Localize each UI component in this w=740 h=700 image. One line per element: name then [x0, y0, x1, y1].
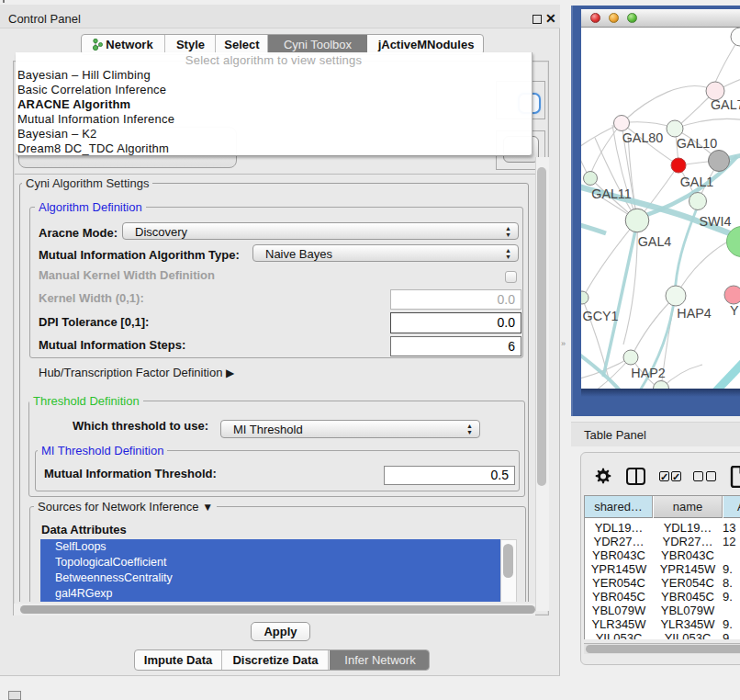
svg-text:GAL4: GAL4 [638, 234, 672, 249]
svg-text:GAL10: GAL10 [677, 136, 718, 151]
svg-text:GAL80: GAL80 [622, 130, 664, 145]
svg-text:SWI4: SWI4 [700, 214, 732, 229]
svg-text:HAP2: HAP2 [631, 366, 665, 380]
svg-text:GCY1: GCY1 [583, 309, 619, 323]
svg-text:HAP4: HAP4 [677, 306, 711, 321]
svg-text:GAL7: GAL7 [711, 97, 740, 112]
svg-text:Y: Y [730, 303, 739, 318]
svg-text:GAL1: GAL1 [680, 175, 714, 189]
svg-text:GAL11: GAL11 [591, 186, 631, 201]
